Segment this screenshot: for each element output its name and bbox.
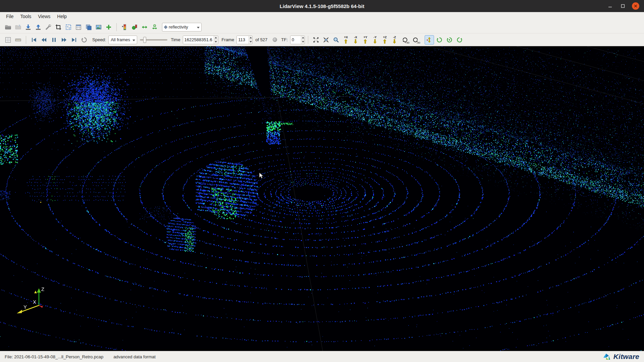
pause-button[interactable] (49, 35, 59, 45)
speed-select[interactable]: All frames (108, 36, 137, 44)
main-toolbar: reflectivity (0, 21, 644, 34)
edit-colormap-button[interactable] (130, 22, 139, 32)
menu-help[interactable]: Help (54, 13, 70, 20)
loop-button[interactable] (79, 35, 89, 45)
tf-spin-arrows (301, 36, 305, 44)
frame-label: Frame (222, 37, 234, 42)
time-spin-down[interactable] (214, 40, 218, 44)
view-minus-y-button[interactable]: -Y (371, 35, 380, 45)
crop-returns-button[interactable] (54, 22, 63, 32)
kitware-mark-icon (602, 352, 611, 361)
select-points-icon (65, 24, 72, 31)
time-input[interactable] (183, 36, 214, 44)
menu-file[interactable]: File (3, 13, 17, 20)
reset-transform-button[interactable] (455, 35, 464, 45)
choose-calibration-button[interactable] (44, 22, 53, 32)
colorby-select[interactable]: reflectivity (162, 23, 202, 32)
rotate-90-ccw-button[interactable]: -90 (411, 35, 421, 45)
axis-arrow-icon (354, 39, 358, 44)
time-spin-up[interactable] (214, 36, 218, 40)
select-points-button[interactable] (64, 22, 73, 32)
crop-returns-icon (55, 24, 62, 31)
frame-input[interactable] (237, 36, 249, 44)
time-label: Time (171, 37, 180, 42)
colormap-button[interactable] (120, 22, 129, 32)
view-plus-z-button[interactable]: +Z (380, 35, 389, 45)
kitware-logo: Kitware (602, 352, 639, 361)
file-label: File: 2021-06-01-15-49-08_...ll_Person_R… (5, 354, 103, 359)
tf-spin-up[interactable] (301, 36, 305, 40)
reset-transform-icon (456, 37, 463, 43)
rescale-time-button[interactable] (150, 22, 159, 32)
previous-frame-button[interactable] (39, 35, 49, 45)
choose-calibration-icon (45, 24, 52, 31)
close-icon (634, 4, 638, 8)
recenter-view-icon (446, 37, 453, 43)
rotate-90-cw-button[interactable]: +90 (400, 35, 410, 45)
window-controls (606, 2, 644, 10)
open-sensor-stream-icon (15, 24, 21, 31)
screenshot-button[interactable] (94, 22, 103, 32)
last-frame-icon (71, 37, 77, 43)
time-slider[interactable] (140, 36, 167, 44)
axis-arrow-icon (392, 39, 396, 44)
x-axis-arrowhead (41, 306, 43, 307)
add-view-icon (105, 24, 112, 31)
clone-view-button[interactable] (84, 22, 93, 32)
view-minus-x-button[interactable]: -X (351, 35, 360, 45)
first-frame-button[interactable] (29, 35, 39, 45)
toggle-view-up-icon (426, 37, 433, 43)
loop-icon (81, 37, 88, 43)
rescale-range-icon (141, 24, 148, 31)
reset-session-button[interactable] (435, 35, 444, 45)
view-label: -Y (374, 36, 377, 39)
view-plus-y-button[interactable]: +Y (361, 35, 370, 45)
slider-handle[interactable] (143, 37, 146, 43)
minimize-button[interactable] (606, 2, 614, 10)
save-data-button[interactable] (23, 22, 33, 32)
open-pcap-button[interactable] (3, 22, 13, 32)
zoom-closest-button[interactable] (331, 35, 341, 45)
spin-down-icon (302, 41, 304, 43)
view-plus-x-button[interactable]: +X (341, 35, 351, 45)
menu-views[interactable]: Views (35, 13, 54, 20)
maximize-button[interactable] (619, 2, 627, 10)
toolbar-separator (308, 36, 308, 44)
orientation-axes-widget: Z Y X (12, 285, 49, 315)
measurement-grid-icon (5, 37, 11, 43)
menu-tools[interactable]: Tools (17, 13, 35, 20)
open-pcap-icon (5, 24, 11, 31)
zoom-to-data-button[interactable] (321, 35, 331, 45)
spin-down-icon (215, 41, 217, 43)
render-view[interactable]: Z Y X (0, 46, 644, 351)
open-sensor-stream-button[interactable] (13, 22, 23, 32)
recenter-view-button[interactable] (445, 35, 454, 45)
chevron-down-icon (197, 27, 200, 28)
toggle-view-up-button[interactable] (425, 35, 434, 45)
spreadsheet-button[interactable] (74, 22, 83, 32)
close-button[interactable] (632, 2, 639, 10)
y-axis-label: Y (23, 304, 27, 310)
rescale-time-icon (151, 24, 158, 31)
add-view-button[interactable] (104, 22, 113, 32)
tf-input[interactable] (290, 36, 301, 44)
spin-down-icon (250, 41, 252, 43)
frame-spin-down[interactable] (249, 40, 252, 44)
colorby-value: reflectivity (169, 24, 188, 29)
tf-spin-down[interactable] (301, 40, 305, 44)
zoom-closest-icon (333, 37, 339, 43)
measurement-grid-button[interactable] (3, 35, 13, 45)
export-data-button[interactable] (34, 22, 43, 32)
view-minus-z-button[interactable]: -Z (390, 35, 399, 45)
last-frame-button[interactable] (69, 35, 79, 45)
reset-camera-button[interactable] (311, 35, 321, 45)
frame-spinbox (236, 36, 253, 44)
titlebar: LidarView 4.1.5-108-g5f5582b 64-bit (0, 0, 644, 12)
point-cloud-canvas[interactable] (0, 46, 644, 351)
ruler-button[interactable] (13, 35, 23, 45)
frame-spin-up[interactable] (249, 36, 252, 40)
next-frame-button[interactable] (59, 35, 69, 45)
rescale-range-button[interactable] (140, 22, 149, 32)
speed-value: All frames (111, 37, 130, 42)
mouse-cursor (259, 172, 265, 180)
